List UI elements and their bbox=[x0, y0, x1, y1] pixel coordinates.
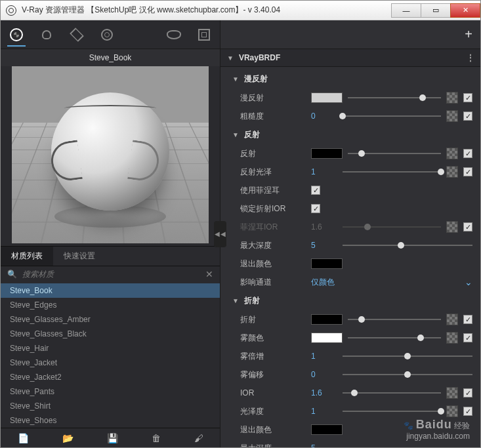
render-icon[interactable] bbox=[165, 26, 183, 44]
app-window: V-Ray 资源管理器 【SketchUp吧 汉化 www.sketchupba… bbox=[0, 0, 481, 448]
group-reflect[interactable]: ▼反射 bbox=[220, 125, 480, 144]
chevron-down-icon[interactable]: ⌄ bbox=[465, 277, 472, 287]
texture-button[interactable] bbox=[446, 221, 458, 233]
brdf-section-header[interactable]: ▼ VRayBRDF ⋮ bbox=[220, 49, 480, 67]
left-toolbar bbox=[1, 20, 220, 49]
checkbox[interactable]: ✓ bbox=[463, 93, 472, 102]
list-item[interactable]: Steve_Glasses_Amber bbox=[1, 312, 220, 327]
slider[interactable] bbox=[348, 92, 441, 103]
list-item[interactable]: Steve_Shoes bbox=[1, 413, 220, 428]
value-input[interactable]: 0 bbox=[311, 112, 337, 121]
bottom-toolbar: 📄 📂 💾 🗑 🖌 bbox=[1, 428, 220, 447]
properties-panel[interactable]: ▼漫反射 漫反射 ✓ 粗糙度 0 ✓ ▼反射 反射 ✓ 反射光 bbox=[220, 67, 480, 447]
search-input[interactable] bbox=[22, 270, 200, 279]
caret-down-icon: ▼ bbox=[227, 54, 234, 62]
affect-channels-dropdown[interactable]: 仅颜色 bbox=[311, 277, 335, 288]
search-icon: 🔍 bbox=[7, 270, 17, 279]
exit-color-swatch[interactable] bbox=[311, 258, 343, 269]
minimize-button[interactable]: — bbox=[391, 3, 421, 18]
slider[interactable] bbox=[343, 111, 441, 121]
list-item[interactable]: Steve_Edges bbox=[1, 298, 220, 312]
delete-icon[interactable]: 🗑 bbox=[152, 433, 161, 443]
right-header: + bbox=[220, 20, 480, 49]
checkbox[interactable]: ✓ bbox=[463, 112, 472, 121]
material-preview[interactable] bbox=[12, 66, 209, 243]
geometry-tab-icon[interactable] bbox=[68, 26, 86, 44]
list-item[interactable]: Steve_Pants bbox=[1, 384, 220, 399]
texture-button[interactable] bbox=[446, 92, 458, 104]
close-button[interactable]: ✕ bbox=[450, 3, 480, 18]
right-pane: + ▼ VRayBRDF ⋮ ▼漫反射 漫反射 ✓ 粗糙度 0 ✓ bbox=[220, 20, 480, 447]
left-tabs: 材质列表 快速设置 bbox=[1, 246, 220, 266]
left-pane: Steve_Book 材质列表 快速设置 🔍 ✕ Steve_Book bbox=[1, 20, 220, 447]
settings-tab-icon[interactable] bbox=[98, 26, 116, 44]
texture-button[interactable] bbox=[446, 148, 458, 159]
list-item[interactable]: Steve_Book bbox=[1, 283, 220, 298]
framebuffer-icon[interactable] bbox=[195, 26, 213, 44]
open-folder-icon[interactable]: 📂 bbox=[62, 433, 73, 443]
section-title: VRayBRDF bbox=[239, 53, 467, 62]
titlebar: V-Ray 资源管理器 【SketchUp吧 汉化 www.sketchupba… bbox=[1, 1, 480, 20]
save-icon[interactable]: 💾 bbox=[107, 433, 118, 443]
list-item[interactable]: Steve_Hair bbox=[1, 341, 220, 356]
lock-ior-checkbox[interactable]: ✓ bbox=[311, 204, 320, 213]
list-item[interactable]: Steve_Jacket2 bbox=[1, 370, 220, 384]
brush-icon[interactable]: 🖌 bbox=[194, 433, 203, 443]
material-list[interactable]: Steve_Book Steve_Edges Steve_Glasses_Amb… bbox=[1, 282, 220, 428]
label: 漫反射 bbox=[240, 92, 306, 104]
materials-tab-icon[interactable] bbox=[7, 28, 26, 47]
group-refract[interactable]: ▼折射 bbox=[220, 291, 480, 310]
checkbox[interactable]: ✓ bbox=[463, 167, 472, 176]
list-item[interactable]: Steve_Shirt bbox=[1, 399, 220, 413]
clear-search-icon[interactable]: ✕ bbox=[205, 269, 213, 279]
current-material-name: Steve_Book bbox=[1, 49, 220, 66]
fresnel-checkbox[interactable]: ✓ bbox=[311, 186, 320, 195]
list-item[interactable]: Steve_Jacket bbox=[1, 356, 220, 370]
new-file-icon[interactable]: 📄 bbox=[18, 433, 29, 443]
lights-tab-icon[interactable] bbox=[37, 26, 56, 44]
texture-button[interactable] bbox=[446, 166, 458, 178]
group-diffuse[interactable]: ▼漫反射 bbox=[220, 70, 480, 89]
maximize-button[interactable]: ▭ bbox=[421, 3, 451, 18]
checkbox[interactable]: ✓ bbox=[463, 149, 472, 158]
diffuse-color-swatch[interactable] bbox=[311, 92, 343, 103]
add-layer-button[interactable]: + bbox=[465, 27, 472, 42]
vray-logo-icon bbox=[6, 5, 16, 16]
search-row: 🔍 ✕ bbox=[1, 266, 220, 282]
section-menu-icon[interactable]: ⋮ bbox=[467, 53, 474, 62]
tab-material-list[interactable]: 材质列表 bbox=[1, 247, 53, 266]
checkbox[interactable]: ✓ bbox=[463, 222, 472, 232]
list-item[interactable]: Steve_Glasses_Black bbox=[1, 327, 220, 341]
collapse-right-icon[interactable]: ◀ bbox=[220, 221, 226, 247]
label: 粗糙度 bbox=[240, 111, 306, 122]
tab-quick-settings[interactable]: 快速设置 bbox=[53, 247, 106, 266]
texture-button[interactable] bbox=[446, 110, 458, 122]
reflect-color-swatch[interactable] bbox=[311, 148, 343, 159]
collapse-left-icon[interactable]: ◀ bbox=[214, 221, 220, 247]
window-title: V-Ray 资源管理器 【SketchUp吧 汉化 www.sketchupba… bbox=[22, 5, 392, 16]
